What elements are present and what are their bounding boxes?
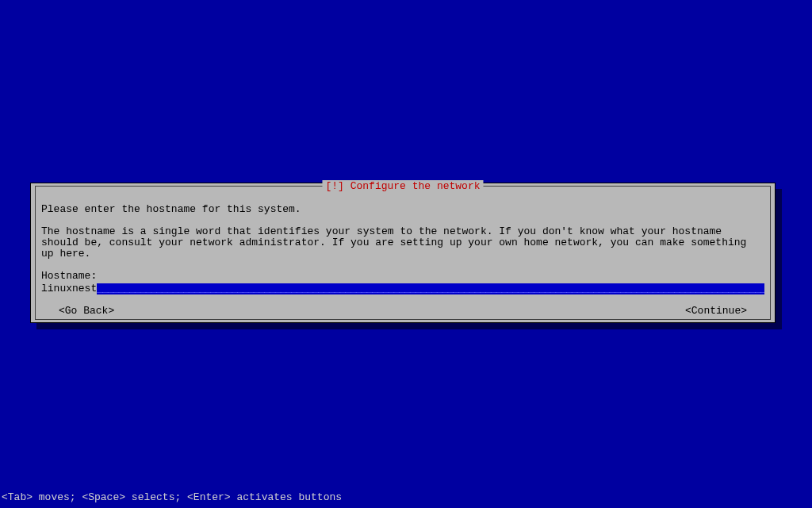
dialog-content: Please enter the hostname for this syste… <box>36 187 770 322</box>
input-fill: ________________________________________… <box>97 283 764 294</box>
hostname-input[interactable]: linuxnest ______________________________… <box>41 283 764 294</box>
dialog-inner-frame: [!] Configure the network Please enter t… <box>35 186 771 320</box>
prompt-text: Please enter the hostname for this syste… <box>41 204 764 215</box>
dialog-box: [!] Configure the network Please enter t… <box>30 183 776 323</box>
footer-help-text: <Tab> moves; <Space> selects; <Enter> ac… <box>2 491 342 503</box>
continue-button[interactable]: <Continue> <box>685 306 747 317</box>
button-row: <Go Back> <Continue> <box>41 306 764 317</box>
go-back-button[interactable]: <Go Back> <box>59 306 114 317</box>
hostname-input-value: linuxnest <box>41 283 97 294</box>
help-text: The hostname is a single word that ident… <box>41 226 764 260</box>
hostname-label: Hostname: <box>41 271 764 282</box>
dialog-title: [!] Configure the network <box>322 180 483 192</box>
